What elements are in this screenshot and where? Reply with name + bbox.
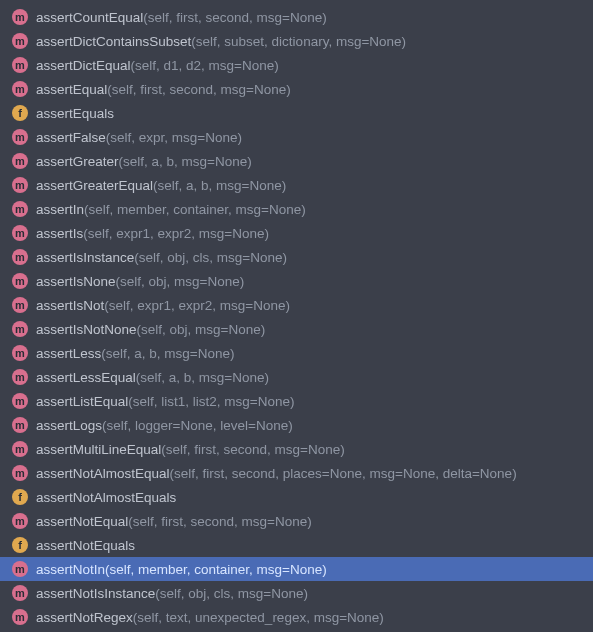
completion-item-assertGreaterEqual[interactable]: massertGreaterEqual(self, a, b, msg=None… [0, 173, 593, 197]
completion-name: assertLogs [36, 418, 102, 433]
completion-name: assertIsNone [36, 274, 116, 289]
field-icon: f [12, 537, 28, 553]
method-icon: m [12, 273, 28, 289]
method-icon: m [12, 297, 28, 313]
completion-item-assertCountEqual[interactable]: massertCountEqual(self, first, second, m… [0, 5, 593, 29]
method-icon: m [12, 513, 28, 529]
completion-params: (self, first, second, msg=None) [107, 82, 290, 97]
method-icon: m [12, 417, 28, 433]
completion-name: assertIn [36, 202, 84, 217]
completion-item-assertNotIsInstance[interactable]: massertNotIsInstance(self, obj, cls, msg… [0, 581, 593, 605]
method-icon: m [12, 129, 28, 145]
completion-item-assertNotAlmostEquals[interactable]: fassertNotAlmostEquals [0, 485, 593, 509]
method-icon: m [12, 201, 28, 217]
completion-name: assertIsInstance [36, 250, 134, 265]
completion-item-assertLessEqual[interactable]: massertLessEqual(self, a, b, msg=None) [0, 365, 593, 389]
completion-name: assertGreaterEqual [36, 178, 153, 193]
completion-item-assertIsNone[interactable]: massertIsNone(self, obj, msg=None) [0, 269, 593, 293]
completion-name: assertLess [36, 346, 101, 361]
method-icon: m [12, 609, 28, 625]
completion-item-assertMultiLineEqual[interactable]: massertMultiLineEqual(self, first, secon… [0, 437, 593, 461]
method-icon: m [12, 585, 28, 601]
method-icon: m [12, 345, 28, 361]
completion-name: assertCountEqual [36, 10, 143, 25]
completion-name: assertIsNot [36, 298, 104, 313]
completion-name: assertNotIsInstance [36, 586, 155, 601]
method-icon: m [12, 33, 28, 49]
completion-item-assertListEqual[interactable]: massertListEqual(self, list1, list2, msg… [0, 389, 593, 413]
completion-item-assertNotIn[interactable]: massertNotIn(self, member, container, ms… [0, 557, 593, 581]
completion-name: assertLessEqual [36, 370, 136, 385]
completion-params: (self, obj, msg=None) [116, 274, 245, 289]
completion-name: assertFalse [36, 130, 106, 145]
field-icon: f [12, 105, 28, 121]
completion-params: (self, obj, msg=None) [137, 322, 266, 337]
completion-params: (self, member, container, msg=None) [105, 562, 327, 577]
method-icon: m [12, 57, 28, 73]
completion-item-assertIsNotNone[interactable]: massertIsNotNone(self, obj, msg=None) [0, 317, 593, 341]
completion-params: (self, first, second, msg=None) [143, 10, 326, 25]
completion-item-assertLogs[interactable]: massertLogs(self, logger=None, level=Non… [0, 413, 593, 437]
completion-params: (self, obj, cls, msg=None) [134, 250, 287, 265]
completion-name: assertDictContainsSubset [36, 34, 191, 49]
method-icon: m [12, 321, 28, 337]
completion-params: (self, expr1, expr2, msg=None) [104, 298, 290, 313]
completion-name: assertNotEqual [36, 514, 128, 529]
completion-name: assertIsNotNone [36, 322, 137, 337]
completion-name: assertNotIn [36, 562, 105, 577]
completion-params: (self, a, b, msg=None) [101, 346, 234, 361]
completion-item-assertEqual[interactable]: massertEqual(self, first, second, msg=No… [0, 77, 593, 101]
completion-params: (self, expr1, expr2, msg=None) [83, 226, 269, 241]
completion-params: (self, text, unexpected_regex, msg=None) [133, 610, 384, 625]
completion-name: assertDictEqual [36, 58, 131, 73]
completion-item-assertNotEqual[interactable]: massertNotEqual(self, first, second, msg… [0, 509, 593, 533]
completion-params: (self, member, container, msg=None) [84, 202, 306, 217]
completion-item-assertEquals[interactable]: fassertEquals [0, 101, 593, 125]
completion-params: (self, first, second, places=None, msg=N… [170, 466, 517, 481]
completion-params: (self, a, b, msg=None) [136, 370, 269, 385]
method-icon: m [12, 465, 28, 481]
completion-item-assertIn[interactable]: massertIn(self, member, container, msg=N… [0, 197, 593, 221]
completion-item-assertFalse[interactable]: massertFalse(self, expr, msg=None) [0, 125, 593, 149]
completion-name: assertListEqual [36, 394, 128, 409]
completion-params: (self, first, second, msg=None) [128, 514, 311, 529]
method-icon: m [12, 153, 28, 169]
completion-name: assertIs [36, 226, 83, 241]
field-icon: f [12, 489, 28, 505]
completion-name: assertNotEquals [36, 538, 135, 553]
method-icon: m [12, 9, 28, 25]
completion-name: assertEquals [36, 106, 114, 121]
completion-params: (self, subset, dictionary, msg=None) [191, 34, 406, 49]
completion-item-assertNotRegex[interactable]: massertNotRegex(self, text, unexpected_r… [0, 605, 593, 629]
method-icon: m [12, 249, 28, 265]
completion-item-assertIsInstance[interactable]: massertIsInstance(self, obj, cls, msg=No… [0, 245, 593, 269]
completion-item-assertNotAlmostEqual[interactable]: massertNotAlmostEqual(self, first, secon… [0, 461, 593, 485]
method-icon: m [12, 225, 28, 241]
completion-item-assertIsNot[interactable]: massertIsNot(self, expr1, expr2, msg=Non… [0, 293, 593, 317]
completion-name: assertGreater [36, 154, 119, 169]
method-icon: m [12, 81, 28, 97]
completion-item-assertDictContainsSubset[interactable]: massertDictContainsSubset(self, subset, … [0, 29, 593, 53]
completion-item-assertNotEquals[interactable]: fassertNotEquals [0, 533, 593, 557]
method-icon: m [12, 393, 28, 409]
completion-name: assertEqual [36, 82, 107, 97]
completion-params: (self, expr, msg=None) [106, 130, 242, 145]
method-icon: m [12, 369, 28, 385]
method-icon: m [12, 177, 28, 193]
completion-params: (self, a, b, msg=None) [153, 178, 286, 193]
method-icon: m [12, 441, 28, 457]
method-icon: m [12, 561, 28, 577]
completion-item-assertLess[interactable]: massertLess(self, a, b, msg=None) [0, 341, 593, 365]
completion-params: (self, first, second, msg=None) [161, 442, 344, 457]
completion-params: (self, obj, cls, msg=None) [155, 586, 308, 601]
completion-item-assertIs[interactable]: massertIs(self, expr1, expr2, msg=None) [0, 221, 593, 245]
completion-name: assertNotRegex [36, 610, 133, 625]
completion-params: (self, a, b, msg=None) [119, 154, 252, 169]
completion-item-assertGreater[interactable]: massertGreater(self, a, b, msg=None) [0, 149, 593, 173]
completion-name: assertMultiLineEqual [36, 442, 161, 457]
completion-params: (self, logger=None, level=None) [102, 418, 293, 433]
autocomplete-list: massertCountEqual(self, first, second, m… [0, 0, 593, 629]
completion-item-assertDictEqual[interactable]: massertDictEqual(self, d1, d2, msg=None) [0, 53, 593, 77]
completion-name: assertNotAlmostEquals [36, 490, 176, 505]
completion-params: (self, d1, d2, msg=None) [131, 58, 279, 73]
